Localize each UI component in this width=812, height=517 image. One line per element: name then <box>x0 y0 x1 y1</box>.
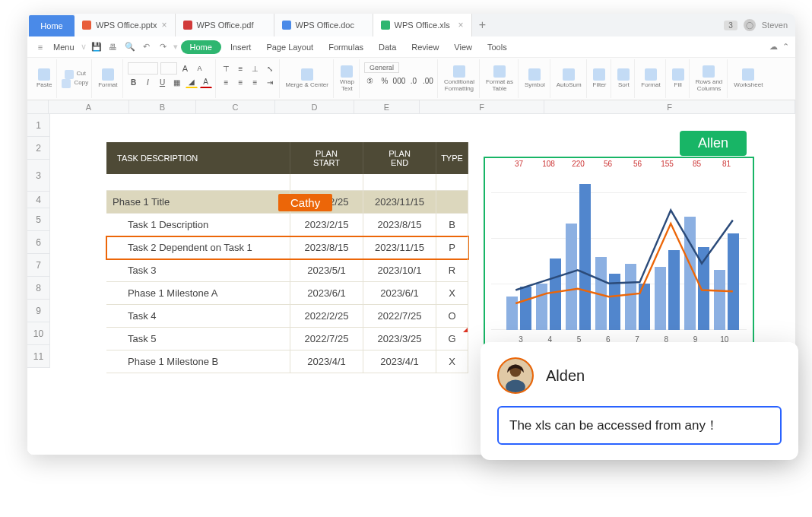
row-header[interactable]: 10 <box>27 322 50 345</box>
italic-button[interactable]: I <box>142 76 154 88</box>
col-header-b[interactable]: B <box>129 100 196 113</box>
cell-type[interactable]: X <box>436 350 468 373</box>
cell-type[interactable]: R <box>436 259 468 281</box>
col-header-f[interactable]: F <box>420 100 544 113</box>
collapse-ribbon-icon[interactable]: ⌃ <box>782 42 789 52</box>
menu-tools[interactable]: Tools <box>481 41 513 53</box>
filter-button[interactable]: Filter <box>588 59 612 98</box>
cell-type[interactable]: G <box>436 328 468 350</box>
cell-desc[interactable]: Phase 1 Milestone A <box>106 282 290 304</box>
cell-end[interactable]: 2023/8/15 <box>363 214 436 236</box>
menu-home[interactable]: Home <box>181 40 221 54</box>
row-header[interactable]: 4 <box>27 192 50 208</box>
format-button[interactable]: Format <box>636 59 665 98</box>
align-top-icon[interactable]: ⊤ <box>220 62 233 75</box>
font-shrink-icon[interactable]: A <box>194 62 206 75</box>
cell-end[interactable]: 2023/11/15 <box>363 191 436 213</box>
menu-review[interactable]: Review <box>405 41 445 53</box>
sort-button[interactable]: Sort <box>613 59 635 98</box>
cell-type[interactable] <box>436 191 468 213</box>
cell-desc[interactable]: Phase 1 Title <box>106 191 290 213</box>
format-table-button[interactable]: Format as Table <box>481 59 519 98</box>
menu-view[interactable]: View <box>448 41 478 53</box>
table-row[interactable]: Phase 1 Milestone B2023/4/12023/4/1X <box>106 350 468 373</box>
close-icon[interactable]: × <box>458 20 464 30</box>
paste-button[interactable]: Paste <box>32 59 57 98</box>
row-header[interactable]: 7 <box>27 254 50 277</box>
save-icon[interactable]: 💾 <box>90 40 103 54</box>
row-header[interactable]: 2 <box>27 137 50 160</box>
cell-start[interactable]: 2022/7/25 <box>290 328 363 350</box>
undo-icon[interactable]: ↶ <box>140 40 154 54</box>
indent-icon[interactable]: ⇥ <box>264 76 276 88</box>
symbol-button[interactable]: Symbol <box>520 59 550 98</box>
worksheet-button[interactable]: Worksheet <box>729 59 767 98</box>
cond-format-button[interactable]: Conditional Formatting <box>439 59 480 98</box>
table-row[interactable]: Task 2 Dependent on Task 12023/8/152023/… <box>106 236 468 259</box>
bold-button[interactable]: B <box>128 76 140 88</box>
preview-icon[interactable]: 🔍 <box>123 40 137 54</box>
tab-home[interactable]: Home <box>29 15 75 36</box>
redo-icon[interactable]: ↷ <box>157 40 170 54</box>
cell-type[interactable]: B <box>436 214 468 236</box>
share-icon[interactable]: ☁ <box>769 42 778 52</box>
cell-start[interactable]: 2023/4/1 <box>290 350 363 373</box>
orientation-icon[interactable]: ⤡ <box>264 62 276 75</box>
align-left-icon[interactable]: ≡ <box>220 76 233 88</box>
row-header[interactable]: 11 <box>27 345 50 368</box>
row-header[interactable]: 6 <box>27 231 50 254</box>
format-painter-button[interactable]: Format <box>94 59 122 98</box>
font-color-button[interactable]: A <box>200 76 212 88</box>
cell-desc[interactable]: Task 1 Description <box>106 214 290 236</box>
cell-start[interactable]: 2023/2/15 <box>290 214 363 236</box>
table-row[interactable]: Task 42022/2/252022/7/25O <box>106 305 468 328</box>
col-header-c[interactable]: C <box>196 100 275 113</box>
cell-type[interactable]: P <box>436 236 468 258</box>
doc-tab-pdf[interactable]: WPS Office.pdf <box>176 14 274 36</box>
cell-type[interactable]: X <box>436 282 468 304</box>
cell-desc[interactable]: Task 5 <box>106 328 290 350</box>
chart[interactable]: 3710822056561558581 345678910 <box>484 157 754 354</box>
underline-button[interactable]: U <box>157 76 169 88</box>
col-header-d[interactable]: D <box>275 100 354 113</box>
cell-end[interactable]: 2023/3/25 <box>363 328 436 350</box>
collaborator-count[interactable]: 3 <box>724 21 737 30</box>
table-row[interactable]: Task 32023/5/12023/10/1R <box>106 259 468 282</box>
col-header-e[interactable]: E <box>354 100 420 113</box>
col-header-a[interactable]: A <box>49 100 129 113</box>
align-right-icon[interactable]: ≡ <box>249 76 262 88</box>
fill-color-button[interactable]: ◢ <box>186 76 198 88</box>
comma-icon[interactable]: 000 <box>393 75 405 87</box>
doc-tab-pptx[interactable]: WPS Office.pptx × <box>75 14 176 36</box>
table-row[interactable]: Task 52022/7/252023/3/25G <box>106 328 468 350</box>
doc-tab-xls[interactable]: WPS Office.xls × <box>373 14 472 36</box>
cell-end[interactable]: 2022/7/25 <box>363 305 436 327</box>
menu-icon[interactable]: ≡ <box>33 40 47 54</box>
cell-type[interactable]: O <box>436 305 468 327</box>
font-select[interactable] <box>128 62 158 75</box>
menu-formulas[interactable]: Formulas <box>322 41 370 53</box>
cell-desc[interactable]: Task 4 <box>106 305 290 327</box>
close-icon[interactable]: × <box>162 20 167 30</box>
row-header[interactable]: 1 <box>27 114 50 137</box>
percent-icon[interactable]: % <box>379 75 391 87</box>
menu-data[interactable]: Data <box>373 41 402 53</box>
table-row[interactable]: Task 1 Description2023/2/152023/8/15B <box>106 214 468 236</box>
cell-desc[interactable]: Phase 1 Milestone B <box>106 350 290 373</box>
user-name[interactable]: Steven <box>762 21 788 30</box>
align-middle-icon[interactable]: ≡ <box>235 62 247 75</box>
cell-end[interactable]: 2023/10/1 <box>363 259 436 281</box>
table-row[interactable]: Phase 1 Milestone A2023/6/12023/6/1X <box>106 282 468 305</box>
fill-button[interactable]: Fill <box>668 59 690 98</box>
cell-start[interactable]: 2023/8/15 <box>290 236 363 258</box>
cell-start[interactable]: 2022/2/25 <box>290 305 363 327</box>
table-row[interactable] <box>106 174 468 191</box>
row-header[interactable]: 5 <box>27 208 50 231</box>
align-bottom-icon[interactable]: ⊥ <box>249 62 262 75</box>
menu-insert[interactable]: Insert <box>224 41 258 53</box>
wrap-text-button[interactable]: Wrap Text <box>335 59 360 98</box>
user-avatar-icon[interactable]: ◯ <box>744 19 756 31</box>
autosum-button[interactable]: AutoSum <box>552 59 587 98</box>
cell-end[interactable]: 2023/11/15 <box>363 236 436 258</box>
menu-label[interactable]: Menu <box>50 41 78 53</box>
